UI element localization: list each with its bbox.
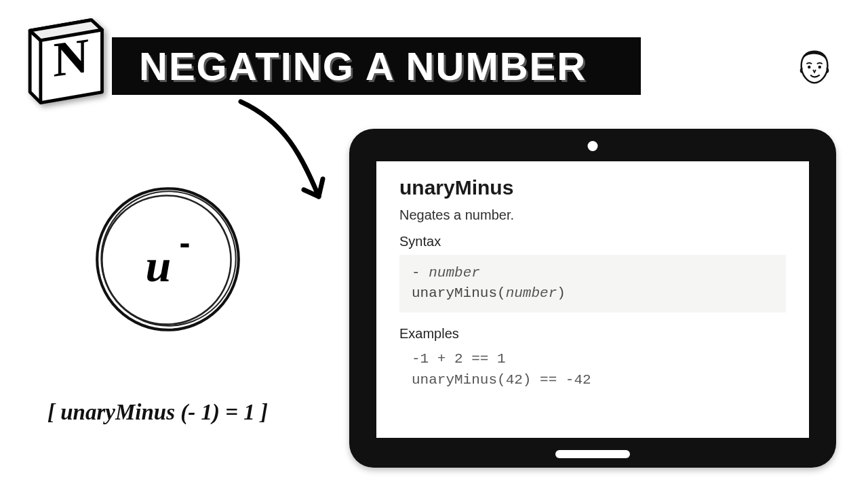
- syntax-heading: Syntax: [399, 234, 786, 249]
- badge-superscript: -: [179, 224, 190, 262]
- examples-block: -1 + 2 == 1 unaryMinus(42) == -42: [399, 347, 786, 391]
- tablet-camera-icon: [588, 141, 598, 151]
- caption-text: [ unaryMinus (- 1) = 1 ]: [47, 400, 268, 425]
- examples-heading: Examples: [399, 326, 786, 342]
- svg-point-2: [818, 66, 821, 68]
- unary-minus-badge: u -: [92, 183, 244, 336]
- svg-point-1: [808, 66, 810, 68]
- badge-letter: u: [146, 239, 172, 293]
- syntax-block: - number unaryMinus(number): [399, 255, 786, 312]
- avatar-icon: [793, 47, 835, 89]
- notion-logo-icon: N: [10, 10, 115, 108]
- doc-panel: unaryMinus Negates a number. Syntax - nu…: [376, 161, 809, 438]
- page-title: NEGATING A NUMBER: [139, 43, 587, 89]
- title-bar: NEGATING A NUMBER: [112, 37, 641, 95]
- doc-description: Negates a number.: [399, 207, 786, 223]
- tablet-home-icon: [555, 450, 630, 458]
- doc-title: unaryMinus: [399, 176, 786, 199]
- svg-text:N: N: [53, 28, 88, 87]
- tablet-device: unaryMinus Negates a number. Syntax - nu…: [349, 129, 836, 468]
